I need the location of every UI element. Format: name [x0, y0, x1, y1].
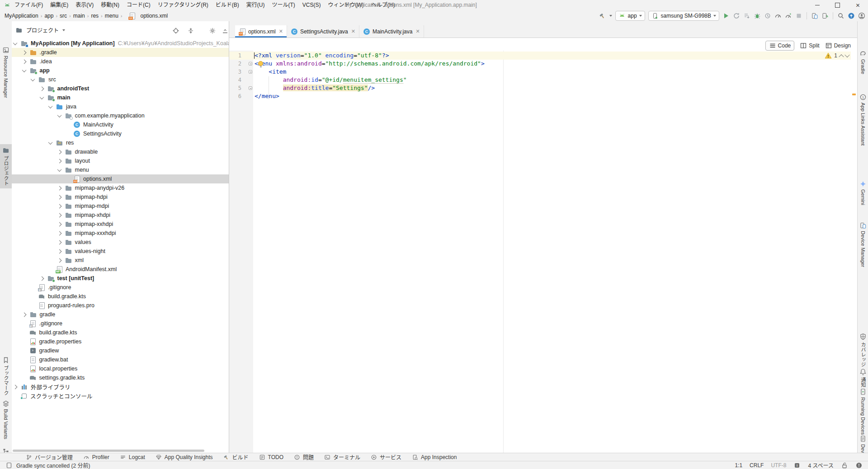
tree-row[interactable]: mipmap-xhdpi [12, 211, 229, 220]
tool-window-button[interactable]: App Quality Insights [155, 454, 213, 461]
tree-chevron-icon[interactable] [39, 95, 44, 99]
tool-strip-button[interactable]: 1App Links Assistant [858, 94, 868, 145]
tree-chevron-icon[interactable] [57, 213, 61, 217]
prev-warning-icon[interactable] [839, 54, 844, 59]
tool-window-button[interactable]: 問題 [293, 453, 314, 461]
view-mode-code[interactable]: Code [765, 41, 795, 51]
stop-icon[interactable] [795, 12, 802, 19]
tree-row[interactable]: ⊘.gitignore [12, 319, 229, 328]
tree-row[interactable]: local.properties [12, 364, 229, 373]
file-encoding[interactable]: UTF-8 [771, 462, 786, 469]
code-editor[interactable]: 1<?xml version="1.0" encoding="utf-8"?>2… [229, 51, 857, 453]
tree-chevron-icon[interactable] [31, 77, 35, 81]
tool-strip-button[interactable]: ブックマーク [0, 356, 12, 395]
view-mode-design[interactable]: Design [825, 42, 851, 49]
caret-position[interactable]: 1:1 [735, 462, 742, 469]
tool-strip-button[interactable]: Running Devices [858, 388, 868, 435]
tree-chevron-icon[interactable] [39, 276, 44, 281]
tree-row[interactable]: build.gradle.kts [12, 292, 229, 301]
menubar-item[interactable]: VCS(S) [299, 0, 325, 10]
tree-row[interactable]: MyApplication [My Application]C:¥Users¥A… [12, 39, 229, 48]
profiler-icon[interactable] [774, 12, 782, 19]
device-manager-icon[interactable] [811, 12, 818, 19]
hide-panel-icon[interactable] [222, 27, 229, 34]
tree-row[interactable]: build.gradle.kts [12, 328, 229, 337]
menubar-item[interactable]: ツール(T) [269, 0, 299, 10]
tree-row[interactable]: MFAndroidManifest.xml [12, 265, 229, 274]
run-config-selector[interactable]: app [615, 11, 645, 21]
error-stripe-mark[interactable] [852, 94, 856, 95]
breadcrumb-item[interactable]: main [73, 13, 85, 19]
tree-chevron-icon[interactable] [13, 41, 18, 45]
menubar-item[interactable]: 移動(N) [97, 0, 123, 10]
tree-row[interactable]: app [12, 66, 229, 75]
avatar-icon[interactable] [858, 12, 865, 19]
tree-row[interactable]: gradlew.bat [12, 355, 229, 364]
close-button[interactable]: ✕ [848, 0, 868, 10]
tree-row[interactable]: src [12, 75, 229, 84]
tree-row[interactable]: mipmap-xxhdpi [12, 220, 229, 229]
tree-row[interactable]: 外部ライブラリ [12, 382, 229, 391]
breadcrumb-item[interactable]: MyApplication [5, 13, 38, 19]
tool-strip-button[interactable]: Device Manager [858, 222, 868, 267]
tree-chevron-icon[interactable] [57, 222, 61, 226]
editor-tab[interactable]: CSettingsActivity.java✕ [287, 25, 359, 38]
tool-window-button[interactable]: Logcat [119, 454, 145, 461]
tool-window-button[interactable]: TODO [259, 454, 283, 461]
menubar-item[interactable]: 実行(U) [243, 0, 269, 10]
close-icon[interactable]: ✕ [351, 28, 355, 34]
tree-row[interactable]: gradle [12, 310, 229, 319]
minimize-button[interactable] [807, 0, 827, 10]
tree-row[interactable]: drawable [12, 147, 229, 156]
inspection-widget[interactable]: 1 [825, 52, 849, 59]
line-ending[interactable]: CRLF [750, 462, 764, 469]
run-icon[interactable] [722, 12, 730, 19]
tree-row[interactable]: CSettingsActivity [12, 129, 229, 138]
breadcrumb-item[interactable]: res [91, 13, 99, 19]
tree-row[interactable]: gradle.properties [12, 337, 229, 346]
tool-strip-button[interactable]: Gradle [858, 50, 868, 74]
toolwindow-switcher-icon[interactable] [5, 462, 13, 469]
build-hammer-icon[interactable] [599, 12, 606, 19]
tree-row[interactable]: res [12, 138, 229, 147]
menubar-item[interactable]: リファクタリング(R) [154, 0, 212, 10]
tree-row[interactable]: mipmap-hdpi [12, 192, 229, 202]
lock-open-icon[interactable] [841, 462, 848, 469]
tool-strip-button[interactable]: Gemini [858, 180, 868, 205]
fold-icon[interactable] [249, 86, 252, 90]
tree-chevron-icon[interactable] [22, 59, 26, 64]
settings-icon[interactable] [209, 27, 216, 34]
collapse-all-icon[interactable] [187, 27, 194, 34]
tree-row[interactable]: menu [12, 165, 229, 174]
indent-setting[interactable]: 4 スペース [808, 461, 834, 469]
tree-row[interactable]: <>options.xml [12, 174, 229, 183]
intention-bulb-icon[interactable] [258, 61, 263, 66]
tree-row[interactable]: mipmap-xxxhdpi [12, 229, 229, 238]
fold-icon[interactable] [249, 70, 252, 74]
menubar-item[interactable]: ファイル(F) [11, 0, 47, 10]
tree-chevron-icon[interactable] [57, 186, 61, 190]
memory-indicator-icon[interactable]: ! [793, 462, 801, 469]
view-mode-split[interactable]: Split [800, 42, 819, 49]
tree-chevron-icon[interactable] [57, 159, 61, 163]
tool-window-button[interactable]: ターミナル [324, 453, 360, 461]
tree-row[interactable]: values-night [12, 247, 229, 256]
tree-chevron-icon[interactable] [48, 140, 53, 145]
editor-tab[interactable]: <>options.xml✕ [235, 25, 287, 38]
tool-window-button[interactable]: バージョン管理 [25, 453, 73, 461]
tree-row[interactable]: .idea [12, 57, 229, 66]
device-selector[interactable]: samsung SM-G998B [648, 11, 719, 21]
rerun-icon[interactable] [733, 12, 740, 19]
event-log-icon[interactable] [855, 462, 863, 469]
breadcrumb-item[interactable]: src [60, 13, 67, 19]
tree-row[interactable]: .gradle [12, 48, 229, 57]
tree-row[interactable]: mipmap-mdpi [12, 202, 229, 211]
tree-row[interactable]: ⊘.gitignore [12, 283, 229, 292]
tree-chevron-icon[interactable] [57, 231, 61, 235]
search-everywhere-icon[interactable] [837, 12, 844, 19]
tree-row[interactable]: layout [12, 156, 229, 165]
menubar-item[interactable]: 編集(E) [47, 0, 72, 10]
tree-chevron-icon[interactable] [57, 195, 61, 199]
tree-row[interactable]: androidTest [12, 84, 229, 93]
maximize-button[interactable] [827, 0, 848, 10]
